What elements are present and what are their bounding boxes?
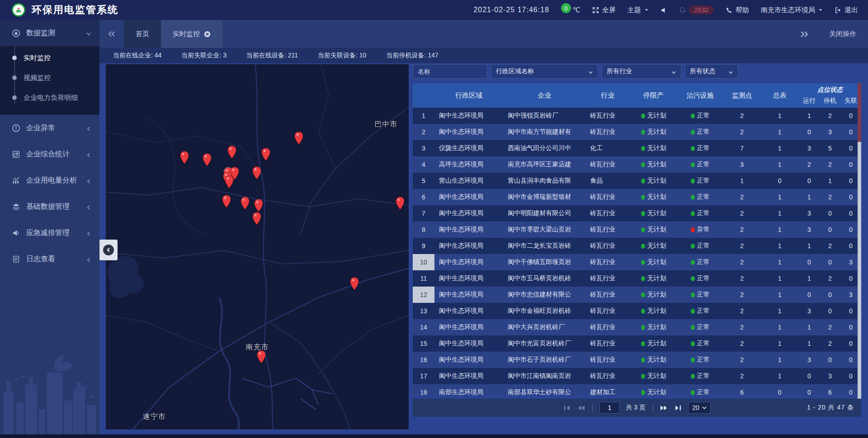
table-row[interactable]: 2阆中生态环境局阆中市南方节能建材有砖瓦行业无计划正常21030 xyxy=(413,124,861,140)
cell-monitor: 6 xyxy=(723,389,761,395)
table-row[interactable]: 11阆中生态环境局阆中市五马桥页岩机砖砖瓦行业无计划正常21120 xyxy=(413,270,861,287)
table-row[interactable]: 16阆中生态环境局阆中市石子页岩机砖厂砖瓦行业无计划正常21300 xyxy=(413,352,861,368)
logout-button[interactable]: 退出 xyxy=(835,6,858,14)
last-page-icon[interactable] xyxy=(674,405,682,411)
table-row[interactable]: 17阆中生态环境局阆中市江南镇阆南页岩砖瓦行业无计划正常21030 xyxy=(413,368,861,384)
table-scrollbar[interactable] xyxy=(858,83,861,399)
sidebar-item-enterprise-abnormal[interactable]: 企业异常 xyxy=(0,115,99,141)
map-marker-icon[interactable] xyxy=(203,153,212,166)
cell-meter: 1 xyxy=(760,356,799,363)
map-marker-icon[interactable] xyxy=(294,132,303,145)
stat-当前失联企业: 当前失联企业: 3 xyxy=(181,52,226,60)
first-page-icon[interactable] xyxy=(563,405,571,411)
cell-region: 阆中生态环境局 xyxy=(434,323,503,331)
cell-facility: 正常 xyxy=(677,356,723,364)
table-row[interactable]: 9阆中生态环境局阆中市二龙长宝页岩砖砖瓦行业无计划正常21120 xyxy=(413,238,861,254)
map-marker-icon[interactable] xyxy=(261,148,270,161)
stats-bar: 当前在线企业: 44当前失联企业: 3当前在线设备: 211当前失联设备: 10… xyxy=(99,48,868,63)
tab-首页[interactable]: 首页 xyxy=(124,20,161,48)
sidebar-subitem-power-load-detail[interactable]: 企业电力负荷明细 xyxy=(0,88,99,108)
map-marker-icon[interactable] xyxy=(252,166,261,179)
map-marker-icon[interactable] xyxy=(179,151,189,164)
scrollbar-thumb[interactable] xyxy=(858,83,861,142)
mute-button[interactable] xyxy=(660,7,667,14)
table-row[interactable]: 1阆中生态环境局阆中强锐页岩砖厂砖瓦行业无计划正常21120 xyxy=(413,108,861,124)
map-marker-icon[interactable] xyxy=(350,277,359,290)
tabs-scroll-left-icon[interactable] xyxy=(99,20,124,48)
table-row[interactable]: 7阆中生态环境局阆中明阳建材有限公司砖瓦行业无计划正常21300 xyxy=(413,205,861,221)
pagination-bar: | 共 3 页 | 20 xyxy=(413,399,861,417)
cell-meter: 1 xyxy=(760,193,799,201)
close-operations-button[interactable]: 关闭操作 xyxy=(829,30,856,38)
sidebar-item-data-monitor[interactable]: 数据监测 xyxy=(0,20,99,46)
cell-monitor: 2 xyxy=(723,210,761,217)
notifications[interactable]: 2632 xyxy=(679,5,714,14)
fullscreen-button[interactable]: 全屏 xyxy=(592,6,616,14)
cell-monitor: 2 xyxy=(723,307,761,315)
cell-meter: 1 xyxy=(760,324,799,331)
cell-run: 0 xyxy=(799,291,820,298)
cell-limit: 无计划 xyxy=(630,144,677,152)
sidebar-item-base-data-management[interactable]: 基础数据管理 xyxy=(0,193,99,220)
cell-limit: 无计划 xyxy=(630,193,677,201)
chevron-left-icon xyxy=(86,204,91,209)
cell-run: 3 xyxy=(799,356,820,363)
status-dot-icon xyxy=(691,358,695,363)
layers-icon xyxy=(12,203,20,211)
cell-run: 0 xyxy=(799,177,820,184)
table-row[interactable]: 5营山生态环境局营山县润丰肉食品有限食品无计划正常10010 xyxy=(413,173,861,189)
table-row[interactable]: 15阆中生态环境局阆中市光富页岩机砖厂砖瓦行业无计划正常21120 xyxy=(413,335,861,352)
cell-company: 阆中市金博瑞新型墙材 xyxy=(503,193,585,201)
map-marker-icon[interactable] xyxy=(257,350,266,363)
city-label-遂宁市: 遂宁市 xyxy=(143,412,166,421)
industry-select[interactable]: 所有行业 xyxy=(602,64,681,79)
next-page-icon[interactable] xyxy=(660,405,668,411)
sidebar-item-power-usage-analysis[interactable]: 企业用电量分析 xyxy=(0,167,99,193)
table-row[interactable]: 13阆中生态环境局阆中市金福旺页岩机砖砖瓦行业无计划正常21300 xyxy=(413,303,861,319)
page-number-input[interactable] xyxy=(599,402,619,414)
map-marker-icon[interactable] xyxy=(240,197,250,210)
tabs-scroll-right-icon[interactable] xyxy=(800,31,808,37)
status-dot-icon xyxy=(691,146,695,151)
map-marker-icon[interactable] xyxy=(396,197,405,210)
status-select[interactable]: 所有状态 xyxy=(685,64,738,79)
close-icon[interactable] xyxy=(204,31,211,38)
table-row[interactable]: 18南部生态环境局南部县双华土砂有限公建材加工无计划正常60060 xyxy=(413,384,861,395)
sidebar-item-enterprise-statistics[interactable]: 企业综合统计 xyxy=(0,141,99,167)
stat-当前在线企业: 当前在线企业: 44 xyxy=(113,52,161,60)
map-panel[interactable]: 巴中市南充市遂宁市 xyxy=(106,64,409,429)
table-row[interactable]: 12阆中生态环境局阆中市忠信建材有限公砖瓦行业无计划正常21003 xyxy=(413,287,861,303)
cell-index: 9 xyxy=(413,238,434,254)
org-dropdown[interactable]: 南充市生态环境局 xyxy=(761,6,823,14)
tab-实时监控[interactable]: 实时监控 xyxy=(161,20,222,48)
cell-monitor: 2 xyxy=(723,259,761,266)
table-row[interactable]: 6阆中生态环境局阆中市金博瑞新型墙材砖瓦行业无计划正常21120 xyxy=(413,189,861,205)
sidebar-subitem-video-monitor[interactable]: 视频监控 xyxy=(0,68,99,88)
table-row[interactable]: 3仪陇生态环境局西南油气田分公司川中化工无计划正常71350 xyxy=(413,140,861,156)
table-row[interactable]: 4高坪生态环境局南充市高坪区王家店建砖瓦行业无计划正常31220 xyxy=(413,156,861,173)
map-marker-icon[interactable] xyxy=(227,146,237,159)
cell-stop: 0 xyxy=(820,210,840,217)
prev-page-icon[interactable] xyxy=(577,405,585,411)
cell-monitor: 2 xyxy=(723,291,761,298)
cell-facility: 正常 xyxy=(677,128,723,136)
sidebar-item-emergency-reduction[interactable]: 应急减排管理 xyxy=(0,220,99,246)
sidebar-item-log-view[interactable]: 日志查看 xyxy=(0,246,99,272)
help-button[interactable]: 帮助 xyxy=(726,6,749,14)
region-select[interactable]: 行政区域名称 xyxy=(491,64,598,79)
cell-company: 阆中千佛镇五郎垭页岩 xyxy=(503,258,585,266)
name-filter-input[interactable] xyxy=(413,64,487,79)
map-collapse-button[interactable] xyxy=(99,240,118,260)
map-marker-icon[interactable] xyxy=(225,175,234,188)
sidebar-subitem-realtime-monitor[interactable]: 实时监控 xyxy=(0,48,99,68)
theme-dropdown[interactable]: 主题 xyxy=(627,6,649,14)
table-row[interactable]: 8阆中生态环境局阆中市枣碧大梁山页岩砖瓦行业无计划异常21300 xyxy=(413,221,861,238)
column-meter: 总表 xyxy=(760,91,799,100)
page-size-select[interactable]: 20 xyxy=(688,402,711,414)
map-marker-icon[interactable] xyxy=(254,199,263,212)
status-dot-icon xyxy=(691,374,695,379)
table-row[interactable]: 10阆中生态环境局阆中千佛镇五郎垭页岩砖瓦行业无计划正常21003 xyxy=(413,254,861,270)
map-marker-icon[interactable] xyxy=(252,212,262,225)
map-marker-icon[interactable] xyxy=(222,195,231,208)
table-row[interactable]: 14阆中生态环境局阆中大兴页岩机砖厂砖瓦行业无计划正常21120 xyxy=(413,319,861,335)
